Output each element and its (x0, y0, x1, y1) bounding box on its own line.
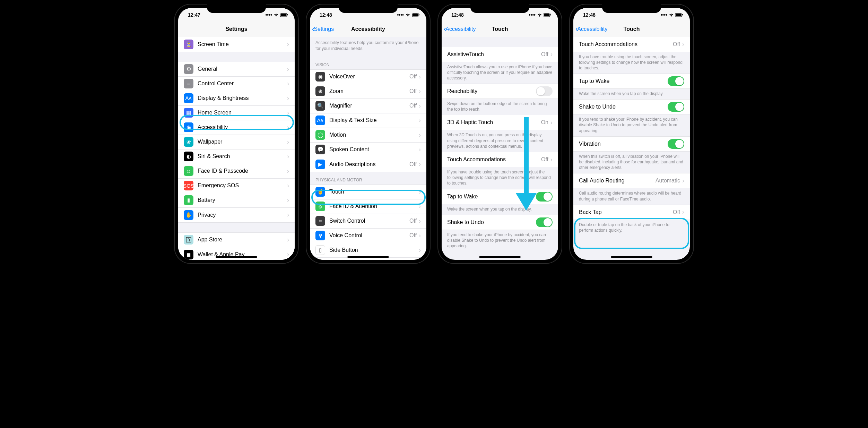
toggle-shake-to-undo[interactable] (668, 102, 684, 112)
cell-emergency-sos[interactable]: SOSEmergency SOS› (178, 179, 295, 193)
cell-tap-to-wake[interactable]: Tap to Wake (442, 189, 558, 204)
cell-control-center[interactable]: ≡Control Center› (178, 77, 295, 91)
label: Tap to Wake (447, 194, 536, 200)
label: Control Center (198, 80, 287, 87)
value: Automatic (656, 178, 680, 184)
cell-touch-accommodations[interactable]: Touch Accommodations Off › (573, 37, 690, 52)
cell-screen-time[interactable]: ⏳Screen Time› (178, 37, 295, 52)
chevron-right-icon: › (419, 88, 421, 95)
value: Off (673, 209, 680, 215)
chevron-right-icon: › (419, 117, 421, 124)
toggle-vibration[interactable] (668, 139, 684, 149)
cell-shake-to-undo[interactable]: Shake to Undo (442, 215, 558, 230)
svg-rect-12 (682, 14, 683, 15)
voice-icon: 🎙 (315, 231, 325, 240)
cell-assistivetouch[interactable]: AssistiveTouch Off › (442, 47, 558, 62)
hand-icon: ✋ (184, 210, 193, 220)
cell-face-id-attention[interactable]: ☺Face ID & Attention› (310, 199, 426, 214)
chevron-right-icon: › (287, 197, 289, 204)
chevron-right-icon: › (287, 236, 289, 243)
svg-rect-2 (281, 13, 286, 16)
footer: AssistiveTouch allows you to use your iP… (442, 62, 558, 84)
label: Side Button (329, 247, 419, 253)
label: Wallpaper (198, 139, 287, 145)
cell-reachability[interactable]: Reachability (442, 84, 558, 99)
page-title: Accessibility (351, 26, 385, 32)
grid-icon: ▦ (184, 108, 193, 118)
signal-icon: •••• (265, 12, 272, 18)
cell-apple-tv-remote[interactable]: ⌂Apple TV Remote› (310, 258, 426, 260)
cell-vibration[interactable]: Vibration (573, 137, 690, 151)
cell-back-tap[interactable]: Back Tap Off › (573, 205, 690, 220)
label: General (198, 66, 287, 72)
label: Voice Control (329, 232, 409, 239)
cell-privacy[interactable]: ✋Privacy› (178, 208, 295, 222)
svg-rect-1 (287, 14, 288, 15)
cell-side-button[interactable]: ▯Side Button› (310, 243, 426, 258)
cell-battery[interactable]: ▮Battery› (178, 193, 295, 208)
face-icon: ☺ (315, 202, 325, 211)
speak-icon: 💬 (315, 145, 325, 154)
wifi-icon (537, 12, 542, 18)
label: Back Tap (579, 209, 673, 215)
chevron-right-icon: › (419, 146, 421, 153)
label: Emergency SOS (198, 182, 287, 189)
page-title: Touch (492, 26, 508, 32)
cell-audio-descriptions[interactable]: ▶Audio DescriptionsOff› (310, 157, 426, 172)
cell-zoom[interactable]: ⊕ZoomOff› (310, 84, 426, 99)
notch (470, 4, 529, 13)
cell-accessibility[interactable]: ◉Accessibility› (178, 120, 295, 135)
chevron-right-icon: › (287, 124, 289, 131)
label: 3D & Haptic Touch (447, 119, 541, 126)
chevron-right-icon: › (550, 51, 553, 58)
cell-switch-control[interactable]: ⌗Switch ControlOff› (310, 214, 426, 229)
cell-general[interactable]: ⚙General› (178, 62, 295, 77)
chevron-right-icon: › (287, 95, 289, 102)
label: Home Screen (198, 110, 287, 116)
cell-face-id-passcode[interactable]: ☺Face ID & Passcode› (178, 164, 295, 179)
cell-display-text-size[interactable]: AᴀDisplay & Text Size› (310, 113, 426, 128)
mag-icon: 🔍 (315, 101, 325, 111)
cell-tap-to-wake[interactable]: Tap to Wake (573, 74, 690, 88)
toggle-shake-to-undo[interactable] (536, 217, 553, 227)
toggle-reachability[interactable] (536, 86, 553, 96)
cell-spoken-content[interactable]: 💬Spoken Content› (310, 143, 426, 157)
chevron-right-icon: › (682, 177, 684, 185)
cell-voiceover[interactable]: ◉VoiceOverOff› (310, 70, 426, 84)
cell-siri-search[interactable]: ◐Siri & Search› (178, 149, 295, 164)
back-button[interactable]: ‹ Settings (310, 25, 334, 34)
label: Display & Text Size (329, 117, 419, 123)
cell-motion[interactable]: ◯Motion› (310, 128, 426, 143)
footer: Call audio routing determines where audi… (573, 188, 690, 204)
cell-3d-haptic[interactable]: 3D & Haptic Touch On › (442, 115, 558, 130)
home-indicator (216, 256, 257, 258)
cell-shake-to-undo[interactable]: Shake to Undo (573, 100, 690, 114)
cell-voice-control[interactable]: 🎙Voice ControlOff› (310, 229, 426, 243)
side-icon: ▯ (315, 245, 325, 255)
label: Motion (329, 132, 419, 138)
cell-touch-accommodations[interactable]: Touch Accommodations Off › (442, 152, 558, 167)
cell-app-store[interactable]: 🄰App Store› (178, 233, 295, 247)
label: Switch Control (329, 218, 409, 224)
value: Off (541, 51, 548, 58)
back-button[interactable]: ‹ Accessibility (573, 25, 607, 34)
toggle-tap-to-wake[interactable] (536, 192, 553, 202)
chevron-right-icon: › (419, 73, 421, 80)
chevron-right-icon: › (419, 217, 421, 225)
section-header: PHYSICAL AND MOTOR (310, 172, 426, 185)
cell-display-brightness[interactable]: AᴀDisplay & Brightness› (178, 91, 295, 106)
toggle-tap-to-wake[interactable] (668, 76, 684, 86)
battery-icon (280, 12, 288, 18)
cell-magnifier[interactable]: 🔍MagnifierOff› (310, 99, 426, 113)
cell-wallet-apple-pay[interactable]: ◼Wallet & Apple Pay› (178, 247, 295, 260)
chevron-right-icon: › (287, 80, 289, 87)
chevron-right-icon: › (287, 182, 289, 189)
back-button[interactable]: ‹ Accessibility (442, 25, 476, 34)
chevron-right-icon: › (287, 251, 289, 258)
cell-touch[interactable]: ☝Touch› (310, 185, 426, 199)
value: Off (541, 156, 548, 163)
cell-call-audio-routing[interactable]: Call Audio Routing Automatic › (573, 173, 690, 188)
cell-home-screen[interactable]: ▦Home Screen› (178, 106, 295, 120)
nav-bar: ‹ Accessibility Touch (442, 22, 558, 37)
cell-wallpaper[interactable]: ❀Wallpaper› (178, 135, 295, 149)
